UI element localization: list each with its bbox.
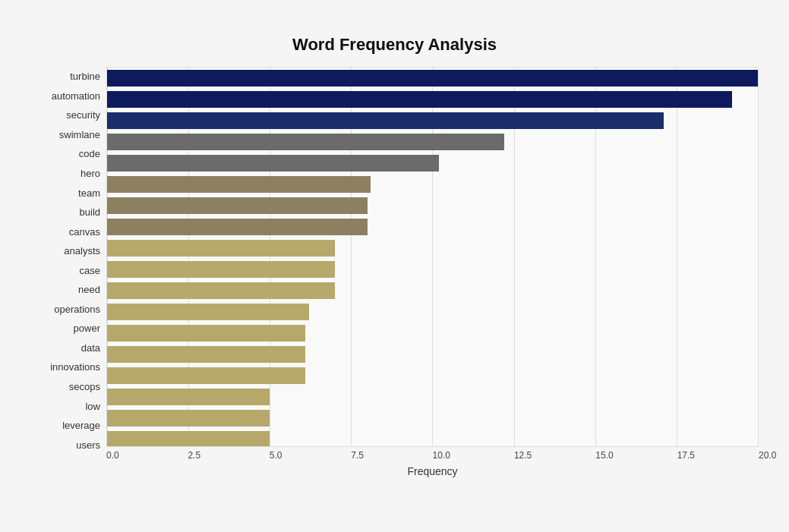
bar-row [107, 301, 758, 323]
bar-row [107, 195, 758, 216]
y-label: swimlane [59, 125, 100, 145]
bar [107, 346, 305, 363]
bar-row [107, 153, 758, 174]
y-label: users [76, 435, 100, 455]
bar-row [107, 386, 758, 408]
bar [107, 240, 335, 257]
bar [107, 91, 732, 108]
bar [107, 389, 270, 405]
y-label: code [79, 144, 100, 164]
y-label: turbine [70, 67, 100, 87]
bars-area [106, 67, 759, 447]
bar [107, 261, 335, 278]
bar-row [107, 408, 758, 429]
y-label: data [81, 338, 100, 358]
bar-row [107, 110, 758, 131]
bar [107, 70, 758, 87]
y-label: hero [80, 164, 100, 184]
chart-area: turbineautomationsecurityswimlanecodeher… [30, 67, 759, 477]
y-label: analysts [64, 241, 100, 261]
bar [107, 176, 371, 193]
bar [107, 325, 305, 342]
bar [107, 134, 504, 150]
bar [107, 219, 368, 235]
bar-row [107, 323, 758, 344]
y-label: innovations [50, 357, 100, 377]
bar-row [107, 429, 758, 447]
y-label: canvas [69, 222, 100, 241]
bar-row [107, 174, 758, 195]
x-axis-label: Frequency [106, 465, 759, 477]
bar-row [107, 216, 758, 238]
bar-row [107, 238, 758, 259]
bar-row [107, 89, 758, 110]
bar [107, 282, 335, 299]
y-label: automation [52, 87, 100, 106]
bar-row [107, 344, 758, 365]
bar [107, 304, 309, 320]
y-label: need [78, 280, 100, 300]
y-label: power [74, 319, 100, 338]
bar [107, 367, 305, 384]
chart-title: Word Frequency Analysis [30, 30, 759, 55]
bar-row [107, 365, 758, 386]
y-label: security [66, 105, 100, 125]
bar-row [107, 280, 758, 301]
y-label: build [80, 203, 100, 222]
bar-row [107, 259, 758, 280]
y-label: team [78, 183, 100, 203]
y-label: secops [69, 377, 100, 397]
bar [107, 197, 368, 214]
chart-container: Word Frequency Analysis turbineautomatio… [15, 15, 774, 532]
y-label: leverage [62, 416, 100, 436]
y-label: case [80, 260, 100, 280]
bar-row [107, 131, 758, 153]
y-axis: turbineautomationsecurityswimlanecodeher… [30, 67, 106, 477]
y-label: low [85, 396, 100, 416]
bar [107, 431, 270, 447]
bars-and-x: 0.02.55.07.510.012.515.017.520.0 Frequen… [106, 67, 759, 477]
bar-row [107, 68, 758, 89]
bar [107, 155, 439, 172]
x-axis: 0.02.55.07.510.012.515.017.520.0 Frequen… [106, 447, 759, 477]
bar [107, 112, 664, 129]
bar [107, 410, 270, 427]
y-label: operations [54, 300, 100, 320]
